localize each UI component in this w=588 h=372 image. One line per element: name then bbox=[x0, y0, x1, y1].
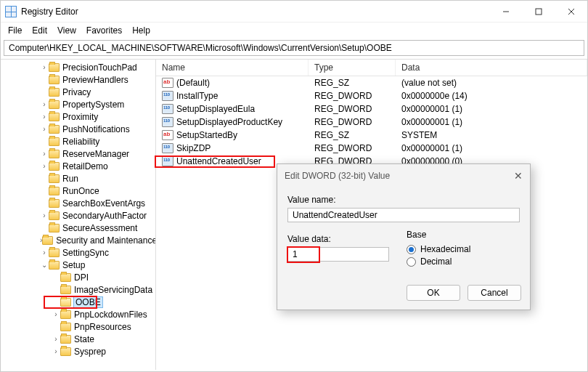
folder-icon bbox=[49, 125, 60, 134]
list-row[interactable]: SetupDisplayedEulaREG_DWORD0x00000001 (1… bbox=[156, 102, 587, 116]
chevron-right-icon[interactable]: › bbox=[40, 162, 49, 170]
tree-item[interactable]: Privacy bbox=[1, 86, 155, 98]
folder-icon bbox=[49, 150, 60, 158]
dword-value-icon bbox=[162, 156, 173, 166]
svg-rect-0 bbox=[536, 9, 542, 15]
regedit-app-icon bbox=[5, 6, 17, 17]
tree-item[interactable]: ›Security and Maintenance bbox=[1, 234, 155, 246]
tree-item-label: DPI bbox=[74, 272, 89, 283]
chevron-right-icon[interactable]: › bbox=[40, 100, 49, 108]
registry-tree[interactable]: ›PrecisionTouchPadPreviewHandlersPrivacy… bbox=[1, 60, 156, 370]
value-data: 0x00000001 (1) bbox=[396, 117, 587, 127]
col-type-header[interactable]: Type bbox=[309, 60, 396, 76]
list-row[interactable]: InstallTypeREG_DWORD0x0000000e (14) bbox=[156, 89, 587, 102]
menu-view[interactable]: View bbox=[57, 25, 76, 36]
tree-item[interactable]: PnpResources bbox=[1, 320, 155, 333]
window-minimize-button[interactable] bbox=[489, 1, 522, 23]
tree-item[interactable]: ⌄Setup bbox=[1, 259, 155, 271]
tree-item[interactable]: Run bbox=[1, 172, 155, 185]
folder-icon bbox=[49, 113, 60, 121]
value-data-field[interactable] bbox=[287, 247, 389, 262]
tree-item[interactable]: ›PropertySystem bbox=[1, 98, 155, 110]
tree-item[interactable]: SearchBoxEventArgs bbox=[1, 197, 155, 209]
tree-item[interactable]: DPI bbox=[1, 271, 155, 283]
window-close-button[interactable] bbox=[555, 1, 587, 23]
menu-edit[interactable]: Edit bbox=[32, 25, 47, 36]
list-row[interactable]: (Default)REG_SZ(value not set) bbox=[156, 76, 587, 89]
tree-item-label: PreviewHandlers bbox=[62, 75, 128, 85]
address-bar[interactable]: Computer\HKEY_LOCAL_MACHINE\SOFTWARE\Mic… bbox=[4, 40, 584, 56]
dword-value-icon bbox=[162, 143, 173, 153]
tree-item[interactable]: ›PnpLockdownFiles bbox=[1, 308, 155, 320]
list-row[interactable]: SkipZDPREG_DWORD0x00000001 (1) bbox=[156, 142, 587, 155]
tree-item[interactable]: Reliability bbox=[1, 135, 155, 147]
chevron-right-icon[interactable]: › bbox=[52, 335, 60, 343]
tree-item[interactable]: ›ReserveManager bbox=[1, 147, 155, 160]
folder-icon bbox=[49, 211, 60, 220]
chevron-down-icon[interactable]: ⌄ bbox=[40, 261, 49, 269]
folder-icon bbox=[60, 335, 71, 344]
value-name: SkipZDP bbox=[176, 143, 211, 153]
chevron-right-icon[interactable]: › bbox=[40, 63, 49, 71]
folder-icon bbox=[42, 236, 53, 245]
value-name: SetupDisplayedEula bbox=[176, 104, 255, 114]
tree-item[interactable]: ›Sysprep bbox=[1, 345, 155, 357]
cancel-button[interactable]: Cancel bbox=[467, 285, 521, 301]
tree-item[interactable]: RunOnce bbox=[1, 185, 155, 197]
value-name-label: Value name: bbox=[287, 195, 520, 205]
tree-item[interactable]: ›PrecisionTouchPad bbox=[1, 61, 155, 73]
tree-item-label: OOBE bbox=[73, 296, 103, 308]
tree-item-label: Run bbox=[62, 174, 78, 184]
tree-item[interactable]: SecureAssessment bbox=[1, 222, 155, 234]
value-name: SetupStartedBy bbox=[176, 130, 237, 140]
chevron-right-icon[interactable]: › bbox=[40, 150, 49, 158]
chevron-right-icon[interactable]: › bbox=[40, 113, 49, 121]
menu-file[interactable]: File bbox=[8, 25, 22, 36]
col-data-header[interactable]: Data bbox=[396, 60, 587, 76]
close-icon bbox=[568, 8, 575, 15]
dialog-close-icon[interactable]: ✕ bbox=[514, 170, 523, 182]
col-name-header[interactable]: Name bbox=[156, 60, 309, 76]
folder-icon bbox=[60, 286, 71, 294]
tree-item-label: PrecisionTouchPad bbox=[62, 62, 137, 73]
chevron-right-icon[interactable]: › bbox=[52, 347, 60, 355]
tree-item[interactable]: ImageServicingData bbox=[1, 283, 155, 296]
chevron-right-icon[interactable]: › bbox=[40, 125, 49, 133]
tree-item[interactable]: ›State bbox=[1, 333, 155, 345]
chevron-right-icon[interactable]: › bbox=[40, 211, 49, 219]
value-name-field[interactable]: UnattendCreatedUser bbox=[287, 208, 520, 222]
value-type: REG_SZ bbox=[309, 130, 396, 140]
chevron-right-icon[interactable]: › bbox=[40, 248, 49, 256]
tree-item[interactable]: PreviewHandlers bbox=[1, 73, 155, 86]
value-type: REG_DWORD bbox=[309, 91, 396, 101]
tree-item[interactable]: OOBE bbox=[1, 296, 155, 308]
tree-item[interactable]: ›Proximity bbox=[1, 110, 155, 123]
base-label: Base bbox=[407, 230, 520, 240]
list-header: Name Type Data bbox=[156, 60, 587, 76]
chevron-right-icon[interactable]: › bbox=[52, 310, 60, 318]
value-name: SetupDisplayedProductKey bbox=[176, 117, 282, 127]
list-row[interactable]: SetupDisplayedProductKeyREG_DWORD0x00000… bbox=[156, 116, 587, 129]
string-value-icon bbox=[162, 78, 173, 88]
ok-button[interactable]: OK bbox=[407, 285, 460, 301]
radio-dec[interactable]: Decimal bbox=[407, 256, 520, 267]
tree-item[interactable]: ›PushNotifications bbox=[1, 123, 155, 135]
menu-favorites[interactable]: Favorites bbox=[86, 25, 122, 36]
tree-item-label: Sysprep bbox=[74, 347, 106, 357]
tree-item[interactable]: ›RetailDemo bbox=[1, 160, 155, 172]
tree-item-label: Setup bbox=[62, 260, 85, 270]
folder-icon bbox=[49, 187, 60, 195]
menu-help[interactable]: Help bbox=[132, 25, 150, 36]
tree-item[interactable]: ›SettingSync bbox=[1, 246, 155, 259]
folder-icon bbox=[60, 273, 71, 282]
dialog-titlebar[interactable]: Edit DWORD (32-bit) Value ✕ bbox=[277, 164, 530, 187]
window-maximize-button[interactable] bbox=[522, 1, 555, 23]
folder-icon bbox=[49, 137, 60, 146]
tree-item-label: PropertySystem bbox=[62, 100, 124, 110]
list-row[interactable]: SetupStartedByREG_SZSYSTEM bbox=[156, 129, 587, 142]
radio-hex[interactable]: Hexadecimal bbox=[407, 244, 520, 254]
folder-icon bbox=[49, 261, 60, 270]
tree-item[interactable]: ›SecondaryAuthFactor bbox=[1, 209, 155, 222]
dialog-title: Edit DWORD (32-bit) Value bbox=[285, 171, 514, 181]
value-name: UnattendCreatedUser bbox=[176, 156, 261, 166]
